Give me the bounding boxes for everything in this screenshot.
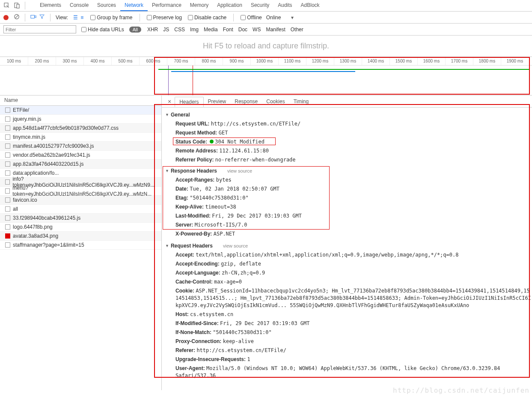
detail-tabs: × HeadersPreviewResponseCookiesTiming bbox=[162, 96, 532, 107]
group-by-frame-checkbox[interactable]: Group by frame bbox=[90, 15, 132, 21]
tab-console[interactable]: Console bbox=[65, 0, 93, 11]
tab-adblock[interactable]: AdBlock bbox=[297, 0, 324, 11]
request-row[interactable]: menu?token=eyJhbGciOiJIUzI1NiIsInR5cCI6I… bbox=[0, 187, 161, 196]
hide-data-urls-checkbox[interactable]: Hide data URLs bbox=[81, 27, 124, 33]
file-icon bbox=[5, 107, 10, 113]
tab-application[interactable]: Application bbox=[213, 0, 247, 11]
request-row[interactable]: manifest.a4001527977cfc9009e3.js bbox=[0, 142, 161, 151]
detail-tab-timing[interactable]: Timing bbox=[289, 97, 313, 106]
request-name: logo.6447f8b.png bbox=[13, 224, 53, 230]
tick: 1800 ms bbox=[473, 57, 501, 65]
tick: 500 ms bbox=[111, 57, 139, 65]
filter-other[interactable]: Other bbox=[291, 27, 303, 33]
request-name: manifest.a4001527977cfc9009e3.js bbox=[13, 143, 94, 149]
filter-ws[interactable]: WS bbox=[253, 27, 261, 33]
view-tree-icon[interactable]: ≡ bbox=[80, 15, 83, 21]
filter-icon[interactable] bbox=[39, 14, 45, 21]
filter-font[interactable]: Font bbox=[223, 27, 233, 33]
tab-elements[interactable]: Elements bbox=[36, 0, 65, 11]
request-row[interactable]: avatar.3a8ad34.png bbox=[0, 232, 161, 241]
request-row[interactable]: favicon.ico bbox=[0, 196, 161, 205]
tab-audits[interactable]: Audits bbox=[273, 0, 296, 11]
tick: 1400 ms bbox=[362, 57, 389, 65]
view-source-request[interactable]: view source bbox=[223, 243, 248, 248]
request-row[interactable]: 33.f2989440bcab43961245.js bbox=[0, 214, 161, 223]
record-icon[interactable] bbox=[3, 15, 9, 20]
request-row[interactable]: tinymce.min.js bbox=[0, 133, 161, 142]
view-label: View: bbox=[56, 15, 68, 21]
detail-tab-cookies[interactable]: Cookies bbox=[262, 97, 289, 106]
filter-doc[interactable]: Doc bbox=[238, 27, 247, 33]
section-response-headers[interactable]: ▼Response Headersview source bbox=[165, 166, 532, 176]
file-icon bbox=[5, 161, 10, 167]
request-row[interactable]: ETFile/ bbox=[0, 106, 161, 115]
tab-network[interactable]: Network bbox=[120, 0, 148, 11]
file-icon bbox=[5, 152, 10, 158]
filter-manifest[interactable]: Manifest bbox=[266, 27, 285, 33]
throttle-dropdown-icon[interactable]: ▾ bbox=[291, 15, 294, 21]
filter-media[interactable]: Media bbox=[204, 27, 218, 33]
request-row[interactable]: all bbox=[0, 205, 161, 214]
filter-js[interactable]: JS bbox=[163, 27, 169, 33]
request-row[interactable]: jquery.min.js bbox=[0, 115, 161, 124]
disable-cache-checkbox[interactable]: Disable cache bbox=[188, 15, 226, 21]
tab-sources[interactable]: Sources bbox=[93, 0, 120, 11]
timeline[interactable]: 100 ms200 ms300 ms400 ms500 ms600 ms700 … bbox=[0, 57, 532, 96]
tick: 1900 ms bbox=[501, 57, 529, 65]
filter-img[interactable]: Img bbox=[190, 27, 199, 33]
tab-security[interactable]: Security bbox=[247, 0, 273, 11]
online-select[interactable]: Online bbox=[266, 15, 281, 21]
tick: 1300 ms bbox=[334, 57, 362, 65]
view-source-response[interactable]: view source bbox=[227, 168, 252, 173]
devtools-toolbar: ElementsConsoleSourcesNetworkPerformance… bbox=[0, 0, 532, 12]
request-row[interactable]: logo.6447f8b.png bbox=[0, 223, 161, 232]
request-name: vendor.d5eba262b2ae91fec341.js bbox=[13, 152, 90, 158]
main-tabs: ElementsConsoleSourcesNetworkPerformance… bbox=[36, 0, 324, 11]
request-name: ETFile/ bbox=[13, 107, 29, 113]
svg-rect-2 bbox=[17, 4, 19, 8]
filter-css[interactable]: CSS bbox=[174, 27, 185, 33]
tick: 1500 ms bbox=[389, 57, 417, 65]
filter-xhr[interactable]: XHR bbox=[147, 27, 158, 33]
request-name: data:application/fo... bbox=[13, 170, 59, 176]
request-list: ETFile/jquery.min.jsapp.548d1a4f77cbfc5e… bbox=[0, 106, 161, 390]
close-icon[interactable]: × bbox=[164, 98, 175, 105]
detail-tab-preview[interactable]: Preview bbox=[204, 97, 231, 106]
network-toolbar: View: ☰ ≡ Group by frame Preserve log Di… bbox=[0, 12, 532, 24]
filter-all[interactable]: All bbox=[129, 27, 141, 33]
tab-performance[interactable]: Performance bbox=[148, 0, 186, 11]
tick: 200 ms bbox=[28, 57, 56, 65]
request-name: jquery.min.js bbox=[13, 116, 41, 122]
request-row[interactable]: staffmanager?page=1&limit=15 bbox=[0, 241, 161, 250]
offline-checkbox[interactable]: Offline bbox=[241, 15, 262, 21]
device-icon[interactable] bbox=[14, 2, 21, 9]
request-list-panel: Name ETFile/jquery.min.jsapp.548d1a4f77c… bbox=[0, 96, 162, 390]
tick: 1700 ms bbox=[445, 57, 473, 65]
filter-input[interactable] bbox=[3, 25, 76, 33]
inspect-icon[interactable] bbox=[3, 2, 10, 9]
tick: 700 ms bbox=[167, 57, 195, 65]
detail-tab-response[interactable]: Response bbox=[230, 97, 262, 106]
camera-icon[interactable] bbox=[30, 14, 36, 21]
request-row[interactable]: app.82a3fa476d4403220d15.js bbox=[0, 160, 161, 169]
file-icon bbox=[5, 188, 10, 194]
request-row[interactable]: app.548d1a4f77cbfc5e9b01879d30fe0d77.css bbox=[0, 124, 161, 133]
file-icon bbox=[5, 170, 10, 176]
tick: 300 ms bbox=[56, 57, 83, 65]
view-list-icon[interactable]: ☰ bbox=[73, 15, 78, 21]
request-row[interactable]: vendor.d5eba262b2ae91fec341.js bbox=[0, 151, 161, 160]
request-name: favicon.ico bbox=[13, 197, 37, 203]
watermark: http://blog.csdn.net/caijunfen bbox=[393, 386, 529, 394]
detail-tab-headers[interactable]: Headers bbox=[175, 97, 203, 107]
file-icon bbox=[5, 242, 10, 248]
file-icon bbox=[5, 197, 10, 203]
section-request-headers[interactable]: ▼Request Headersview source bbox=[165, 241, 532, 251]
name-column-header[interactable]: Name bbox=[0, 96, 161, 106]
clear-icon[interactable] bbox=[14, 14, 20, 21]
detail-panel: × HeadersPreviewResponseCookiesTiming ▼G… bbox=[162, 96, 532, 390]
preserve-log-checkbox[interactable]: Preserve log bbox=[147, 15, 182, 21]
file-icon bbox=[5, 125, 10, 131]
tab-memory[interactable]: Memory bbox=[186, 0, 213, 11]
section-general[interactable]: ▼General bbox=[165, 110, 532, 119]
file-icon bbox=[5, 206, 10, 212]
